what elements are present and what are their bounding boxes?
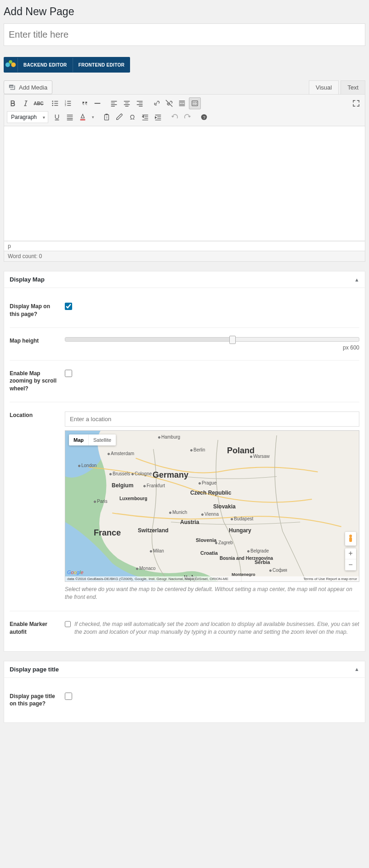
map-label-city: Prague (199, 480, 216, 485)
svg-rect-24 (349, 537, 352, 542)
blockquote-button[interactable] (79, 97, 91, 109)
svg-point-13 (193, 104, 194, 105)
align-left-button[interactable] (108, 97, 120, 109)
text-color-button[interactable] (77, 111, 89, 123)
google-logo: Google (67, 569, 84, 575)
zoom-scroll-label: Enable Map zooming by scroll wheel? (10, 370, 65, 393)
frontend-editor-button[interactable]: FRONTEND EDITOR (73, 58, 130, 72)
zoom-out-button[interactable]: − (345, 559, 356, 570)
fullscreen-button[interactable] (350, 97, 362, 109)
bold-button[interactable] (7, 97, 19, 109)
svg-point-5 (52, 105, 53, 106)
svg-point-0 (6, 62, 10, 67)
map-label-city: Cologne (131, 471, 152, 476)
map-label-city: Milan (150, 548, 164, 553)
postbox-display-map: Display Map ▲ Display Map on this page? … (4, 271, 365, 652)
media-icon (9, 84, 16, 91)
align-center-button[interactable] (121, 97, 133, 109)
display-title-checkbox[interactable] (65, 693, 72, 700)
indent-button[interactable] (152, 111, 164, 123)
tab-text[interactable]: Text (341, 80, 365, 94)
postbox-title-header[interactable]: Display page title ▲ (4, 661, 365, 678)
vc-logo-icon (4, 57, 17, 73)
map-label-city: Paris (94, 499, 108, 504)
map-height-slider[interactable] (65, 337, 359, 342)
word-count: Word count: 0 (4, 251, 365, 262)
add-media-label: Add Media (19, 84, 47, 91)
redo-button[interactable] (182, 111, 193, 123)
svg-point-12 (196, 102, 197, 103)
map-label-city: Munich (169, 510, 187, 515)
map-label-country: Hungary (229, 527, 251, 534)
align-justify-button[interactable] (64, 111, 76, 123)
numbered-list-button[interactable]: 123 (62, 97, 74, 109)
clear-formatting-button[interactable] (114, 111, 125, 123)
map-label-city: Warsaw (250, 454, 270, 459)
map-label-country: Slovakia (213, 503, 236, 510)
map-label-city: Frankfurt (143, 483, 165, 488)
svg-point-1 (11, 62, 16, 67)
editor-mode-switch: BACKEND EDITOR FRONTEND EDITOR (4, 57, 130, 73)
map-label-country: Germany (153, 470, 188, 480)
map-label-city: София (269, 568, 287, 573)
map-preview[interactable]: Map Satellite Germany France Poland Belg… (65, 430, 359, 582)
map-height-label: Map height (10, 337, 65, 351)
zoom-scroll-checkbox[interactable] (65, 370, 72, 377)
svg-point-14 (194, 104, 195, 105)
svg-text:3: 3 (65, 104, 66, 107)
unlink-button[interactable] (163, 97, 175, 109)
map-label-country: France (94, 528, 121, 538)
bullet-list-button[interactable] (49, 97, 61, 109)
page-heading: Add New Page (4, 6, 365, 18)
map-type-satellite[interactable]: Satellite (89, 434, 116, 445)
map-height-value: px 600 (65, 344, 359, 351)
map-label-country: Serbia (255, 559, 270, 565)
map-label-country: Czech Republic (190, 490, 231, 496)
format-select[interactable]: Paragraph (7, 111, 48, 123)
align-right-button[interactable] (134, 97, 146, 109)
special-char-button[interactable]: Ω (126, 111, 138, 123)
underline-button[interactable] (51, 111, 63, 123)
postbox-map-header[interactable]: Display Map ▲ (4, 271, 365, 288)
location-help-text: Select where do you want the map to be c… (65, 586, 359, 602)
title-input[interactable] (4, 23, 365, 46)
hr-button[interactable] (91, 97, 103, 109)
slider-handle[interactable] (229, 336, 236, 344)
paste-text-button[interactable]: T (101, 111, 113, 123)
collapse-icon: ▲ (354, 277, 359, 282)
collapse-icon: ▲ (354, 666, 359, 672)
location-label: Location (10, 411, 65, 602)
backend-editor-button[interactable]: BACKEND EDITOR (17, 58, 73, 72)
autofit-label: Enable Marker autofit (10, 620, 65, 637)
svg-rect-9 (192, 101, 198, 106)
undo-button[interactable] (169, 111, 181, 123)
map-label-country: Croatia (200, 550, 218, 556)
map-label-country: Luxembourg (119, 496, 148, 501)
map-attribution: data ©2016 GeoBasis-DE/BKG (©2009), Goog… (65, 576, 359, 581)
location-input[interactable] (65, 411, 359, 427)
strikethrough-button[interactable]: ABC (33, 97, 45, 109)
svg-point-2 (9, 60, 12, 64)
tab-visual[interactable]: Visual (309, 80, 339, 94)
autofit-checkbox[interactable] (65, 620, 71, 628)
help-button[interactable]: ? (198, 111, 210, 123)
map-label-country: Austria (180, 519, 199, 525)
map-label-city: Zagreb (215, 540, 233, 545)
italic-button[interactable] (20, 97, 32, 109)
readmore-button[interactable] (176, 97, 188, 109)
text-color-dropdown[interactable]: ▾ (90, 111, 96, 123)
svg-point-15 (196, 104, 197, 105)
editor-content[interactable] (4, 126, 365, 241)
display-map-checkbox[interactable] (65, 303, 72, 310)
add-media-button[interactable]: Add Media (4, 80, 52, 94)
outdent-button[interactable] (139, 111, 151, 123)
map-type-map[interactable]: Map (69, 434, 89, 445)
svg-text:T: T (106, 116, 108, 119)
svg-rect-16 (80, 119, 85, 121)
map-label-city: Belgrade (247, 548, 269, 553)
toolbar-toggle-button[interactable] (189, 97, 201, 109)
pegman-icon[interactable] (345, 532, 356, 546)
display-title-label: Display page title on this page? (10, 693, 65, 708)
zoom-in-button[interactable]: + (345, 548, 356, 559)
link-button[interactable] (150, 97, 162, 109)
